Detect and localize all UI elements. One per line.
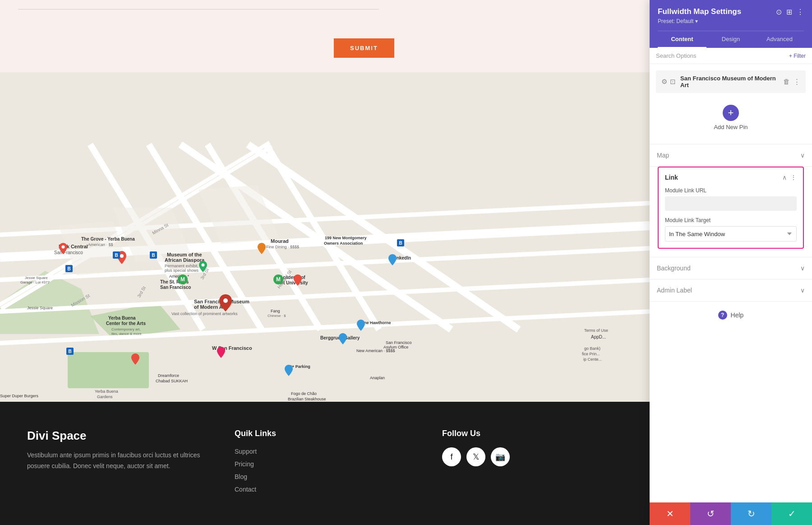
svg-point-74 [62,246,65,249]
add-pin-button[interactable]: + Add New Pin [656,98,806,138]
panel-actions: ✕ ↺ ↻ ✓ [650,502,812,525]
top-area: SUBMIT [0,0,650,72]
panel-header: Fullwidth Map Settings ⊙ ⊞ ⋮ Preset: Def… [650,0,812,48]
pin-section: ⚙ ⊡ San Francisco Museum of Modern Art 🗑… [650,64,812,144]
link-url-label: Module Link URL [665,187,797,194]
redo-button[interactable]: ↻ [731,502,771,525]
svg-text:Asylum Office: Asylum Office [383,345,408,349]
pin-delete-icon[interactable]: 🗑 [783,78,790,86]
map-chevron-icon: ∨ [800,152,805,159]
svg-text:plus special shows: plus special shows [165,268,199,273]
form-divider [18,9,379,9]
list-item[interactable]: Support [235,447,415,455]
footer-description: Vestibulum ante ipsum primis in faucibus… [27,450,208,472]
svg-text:Owners Association: Owners Association [324,241,363,246]
facebook-icon[interactable]: f [442,447,461,466]
svg-text:M: M [276,276,281,283]
module-link-target-field: Module Link Target In The Same Window In… [659,217,803,248]
tab-content[interactable]: Content [658,31,706,48]
twitter-icon[interactable]: 𝕏 [466,447,485,466]
settings-icon[interactable]: ⊙ [776,8,782,16]
submit-button[interactable]: SUBMIT [334,38,394,58]
link-collapse-icon[interactable]: ∧ [782,174,787,181]
blog-link[interactable]: Blog [235,473,247,480]
list-item[interactable]: Blog [235,473,415,481]
svg-text:Mourad: Mourad [271,238,289,244]
svg-text:film, dance & more: film, dance & more [111,332,142,336]
svg-text:Terms of Use: Terms of Use [584,328,608,333]
panel-header-icons: ⊙ ⊞ ⋮ [776,8,804,16]
svg-text:Center for the Arts: Center for the Arts [106,321,146,326]
add-pin-label: Add New Pin [714,124,747,130]
panel-title-row: Fullwidth Map Settings ⊙ ⊞ ⋮ [658,7,804,16]
main-content: SUBMIT [0,0,650,525]
help-label[interactable]: Help [731,311,744,319]
svg-text:San Francisco: San Francisco [160,285,191,290]
panel-preset: Preset: Default ▾ [658,18,804,24]
map-accordion-header[interactable]: Map ∨ [650,144,812,166]
link-url-input[interactable] [665,196,797,211]
svg-text:go Bank): go Bank) [584,346,600,351]
svg-text:American · $$: American · $$ [88,242,113,247]
pin-actions: 🗑 ⋮ [783,78,800,86]
contact-link[interactable]: Contact [235,486,256,493]
admin-label-chevron-icon: ∨ [800,287,805,294]
tab-design[interactable]: Design [706,31,755,48]
columns-icon[interactable]: ⊞ [786,8,792,16]
panel-title: Fullwidth Map Settings [658,7,741,16]
tab-advanced[interactable]: Advanced [755,31,804,48]
svg-text:B: B [68,349,71,354]
svg-text:Fogo de Chão: Fogo de Chão [291,391,317,396]
background-accordion: Background ∨ [650,257,812,279]
svg-text:Vast collection of prominent a: Vast collection of prominent artworks [171,311,238,316]
svg-text:B: B [115,253,118,258]
svg-text:AppD...: AppD... [591,335,606,339]
social-icons-group: f 𝕏 📷 [442,447,623,466]
search-options-input[interactable]: Search Options [656,52,789,59]
link-more-icon[interactable]: ⋮ [790,174,797,181]
save-button[interactable]: ✓ [771,502,812,525]
instagram-icon[interactable]: 📷 [491,447,510,466]
svg-text:San Francisco: San Francisco [54,250,83,255]
svg-text:Gardens: Gardens [97,395,113,399]
svg-text:B: B [399,241,402,246]
svg-text:Chabad SUKKAH: Chabad SUKKAH [156,379,188,383]
pricing-link[interactable]: Pricing [235,460,254,468]
background-accordion-header[interactable]: Background ∨ [650,257,812,279]
svg-text:Fine Dining · $$$$: Fine Dining · $$$$ [266,245,299,249]
svg-text:Yerba Buena: Yerba Buena [108,316,136,321]
svg-text:Contemporary art,: Contemporary art, [111,327,140,331]
pin-settings-icon[interactable]: ⚙ [661,78,667,86]
link-target-select[interactable]: In The Same Window In A New Window [665,226,797,242]
quick-links-list: Support Pricing Blog Contact [235,447,415,493]
svg-text:Jessie Square: Jessie Square [25,276,48,280]
follow-heading: Follow Us [442,429,623,438]
pin-preview-icon[interactable]: ⊡ [670,78,676,86]
link-section-icons: ∧ ⋮ [782,174,797,181]
svg-text:Garage - Lot #377: Garage - Lot #377 [20,280,50,284]
filter-button[interactable]: + Filter [789,53,806,59]
svg-text:Dreamforce: Dreamforce [158,373,179,378]
svg-text:Anaplan: Anaplan [370,376,385,380]
link-section-title: Link [665,174,678,181]
svg-text:M: M [180,276,185,283]
background-accordion-title: Background [657,265,691,272]
map-svg: Park Central San Francisco Museum of the… [0,72,650,402]
svg-text:San Francisco: San Francisco [386,340,412,345]
list-item[interactable]: Pricing [235,460,415,468]
svg-text:Permanent exhibit,: Permanent exhibit, [165,264,198,268]
undo-button[interactable]: ↺ [690,502,731,525]
support-link[interactable]: Support [235,448,257,455]
svg-text:fice Prin...: fice Prin... [582,352,600,356]
svg-text:199 New Montgomery: 199 New Montgomery [325,236,367,240]
help-section: ? Help [650,302,812,329]
pin-more-icon[interactable]: ⋮ [794,78,800,86]
cancel-button[interactable]: ✕ [650,502,690,525]
map-accordion: Map ∨ [650,144,812,167]
admin-label-accordion-header[interactable]: Admin Label ∨ [650,279,812,301]
link-section-header[interactable]: Link ∧ ⋮ [659,167,803,187]
list-item[interactable]: Contact [235,485,415,493]
brand-name: Divi Space [27,429,208,443]
more-icon[interactable]: ⋮ [797,8,804,16]
quick-links-heading: Quik Links [235,429,415,438]
